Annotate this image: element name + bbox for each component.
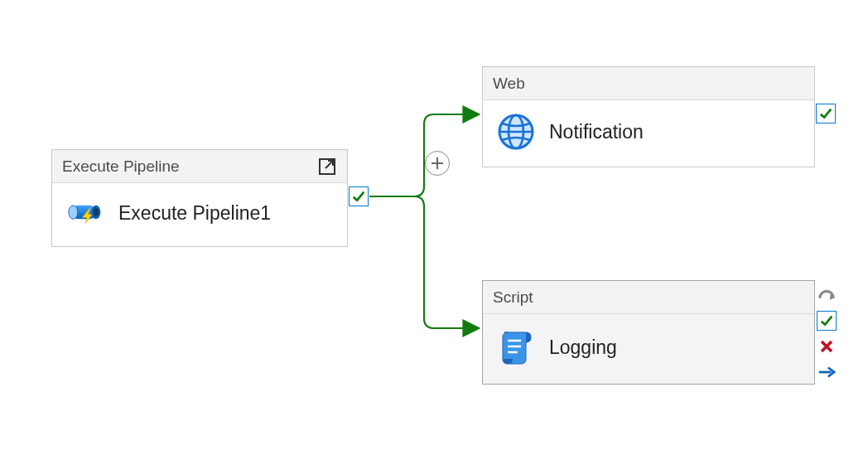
add-branch-button[interactable] <box>425 151 450 176</box>
connector-lines <box>0 0 868 455</box>
pipeline-canvas[interactable]: { "activities": { "execute_pipeline": { … <box>0 0 868 455</box>
